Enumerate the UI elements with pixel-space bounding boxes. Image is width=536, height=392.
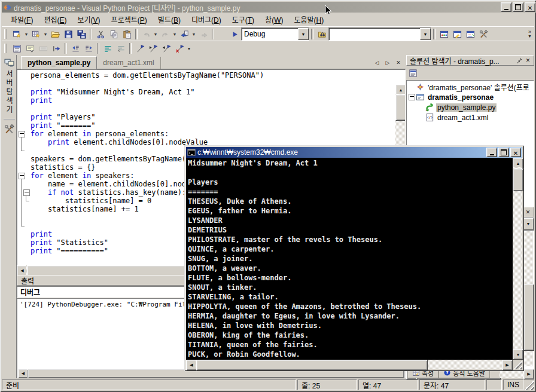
resize-grip[interactable] [525, 379, 534, 390]
scroll-left-icon[interactable]: ◀ [18, 369, 28, 378]
console-screen[interactable]: Midsummer Night's Dream, Act 1 Players==… [186, 158, 522, 369]
menu-item-8[interactable]: 도움말(H) [288, 13, 329, 26]
start-debug-button[interactable] [228, 28, 241, 40]
next-bookmark-button[interactable] [147, 42, 160, 54]
quick-info-button[interactable] [36, 42, 50, 54]
scrollbar-thumb[interactable] [523, 284, 534, 351]
fold-margin[interactable] [17, 146, 31, 155]
console-window[interactable]: c:₩winnt₩system32₩cmd.exe ✕ Midsummer Ni… [184, 145, 524, 371]
decrease-indent-button[interactable] [69, 42, 82, 54]
tree-item-0[interactable]: 'dramatis_personae' 솔루션(프로 [407, 82, 534, 92]
dropdown-arrow-icon[interactable]: ▼ [23, 28, 29, 40]
fold-margin[interactable] [17, 79, 31, 88]
document-tab-1[interactable]: dream_act1.xml [97, 57, 160, 69]
redo-button[interactable] [159, 28, 172, 40]
pin-icon[interactable] [514, 57, 523, 65]
text-toolbar-options[interactable]: ▼ [186, 42, 192, 54]
console-vertical-scrollbar[interactable]: ▲ ▼ [513, 158, 522, 360]
close-icon[interactable]: ✕ [523, 57, 532, 65]
dropdown-arrow-icon[interactable]: ▼ [420, 28, 431, 40]
tree-expander-icon[interactable] [409, 94, 415, 100]
fold-margin[interactable] [17, 238, 31, 247]
fold-margin[interactable] [17, 188, 31, 197]
console-horizontal-scrollbar[interactable]: ◀ ▶ [186, 360, 513, 369]
dropdown-arrow-ic on[interactable]: ▼ [523, 218, 534, 230]
fold-margin[interactable] [17, 121, 31, 130]
menu-item-1[interactable]: 편집(E) [38, 13, 72, 26]
previous-bookmark-button[interactable] [160, 42, 173, 54]
dropdown-arrow-icon[interactable]: ▼ [298, 28, 309, 40]
fold-margin[interactable] [17, 130, 31, 138]
object-browser-button[interactable] [464, 28, 477, 40]
menu-item-2[interactable]: 보기(V) [72, 13, 106, 26]
minimize-button[interactable] [501, 2, 511, 12]
save-all-button[interactable] [75, 28, 88, 40]
solution-config-combo[interactable]: Debug▼ [241, 27, 309, 41]
find-in-files-button[interactable] [315, 28, 328, 40]
scroll-down-icon[interactable]: ▼ [513, 349, 523, 360]
fold-margin[interactable] [17, 163, 31, 172]
scrollbar-thumb[interactable] [395, 94, 406, 121]
add-item-button[interactable] [29, 28, 42, 40]
comment-selection-button[interactable] [101, 42, 114, 54]
close-button[interactable]: ✕ [510, 148, 521, 157]
find-combo[interactable]: ▼ [328, 27, 431, 41]
toggle-bookmark-button[interactable] [133, 42, 147, 54]
tab-scroll-right-button[interactable]: ▷ [383, 58, 392, 67]
close-icon[interactable]: ✕ [523, 209, 532, 216]
toolbox-icon[interactable] [4, 124, 14, 134]
solution-explorer-title[interactable]: 솔루션 탐색기 - dramatis_p... ✕ [406, 55, 534, 66]
scrollbar-thumb[interactable] [513, 169, 523, 191]
fold-margin[interactable] [17, 222, 31, 230]
menu-item-6[interactable]: 도구(T) [227, 13, 260, 26]
close-document-button[interactable]: ✕ [394, 58, 403, 67]
toolbar-grip[interactable] [4, 29, 7, 39]
fold-margin[interactable] [17, 155, 31, 163]
scrollbar-thumb[interactable] [196, 360, 428, 370]
menu-item-7[interactable]: 창(W) [260, 13, 288, 26]
complete-word-button[interactable] [50, 42, 63, 54]
fold-margin[interactable] [17, 105, 31, 113]
parameter-info-button[interactable] [23, 42, 36, 54]
fold-margin[interactable] [17, 172, 31, 180]
menu-item-3[interactable]: 프로젝트(P) [106, 13, 153, 26]
minimize-button[interactable] [486, 148, 497, 157]
maximize-button[interactable] [513, 2, 523, 12]
display-member-list-button[interactable] [10, 42, 23, 54]
document-tab-0[interactable]: python_sample.py [21, 56, 97, 69]
fold-margin[interactable] [17, 230, 31, 238]
server-explorer-tab[interactable]: 서버탐색기 [4, 70, 14, 115]
menu-item-5[interactable]: 디버그(D) [186, 13, 227, 26]
fold-margin[interactable] [17, 96, 31, 105]
console-resize-grip[interactable] [513, 360, 522, 369]
menu-item-4[interactable]: 빌드(B) [153, 13, 186, 26]
close-button[interactable]: ✕ [525, 2, 535, 12]
tree-item-2[interactable]: python_sample.py [407, 102, 534, 112]
properties-window-button[interactable] [450, 28, 464, 40]
toolbar-grip[interactable] [4, 44, 7, 53]
dropdown-arrow-icon[interactable]: ▼ [153, 28, 159, 40]
fold-margin[interactable] [17, 213, 31, 222]
dropdown-arrow-icon[interactable]: ▼ [172, 28, 178, 40]
title-bar[interactable]: dramatis_personae - Visual Python Projec… [2, 2, 536, 13]
save-button[interactable] [62, 28, 75, 40]
console-title-bar[interactable]: c:₩winnt₩system32₩cmd.exe ✕ [186, 147, 522, 158]
menu-item-0[interactable]: 파일(F) [5, 13, 38, 26]
tab-scroll-left-button[interactable]: ◁ [372, 58, 382, 67]
toolbox-button[interactable] [477, 28, 490, 40]
solution-explorer-button[interactable] [437, 28, 450, 40]
toolbar-overflow[interactable]: »▼ [528, 30, 532, 38]
uncomment-selection-button[interactable] [114, 42, 127, 54]
dropdown-arrow-icon[interactable]: ▼ [191, 28, 197, 40]
clear-bookmarks-button[interactable] [173, 42, 186, 54]
tree-item-1[interactable]: dramatis_personae [407, 92, 534, 102]
navigate-back-button[interactable] [178, 28, 191, 40]
fold-margin[interactable] [17, 71, 31, 79]
new-project-button[interactable] [10, 28, 23, 40]
fold-margin[interactable] [17, 138, 31, 146]
undo-button[interactable] [139, 28, 153, 40]
maximize-button[interactable] [498, 148, 509, 157]
paste-button[interactable] [120, 28, 133, 40]
fold-margin[interactable] [17, 247, 31, 255]
increase-indent-button[interactable] [82, 42, 95, 54]
